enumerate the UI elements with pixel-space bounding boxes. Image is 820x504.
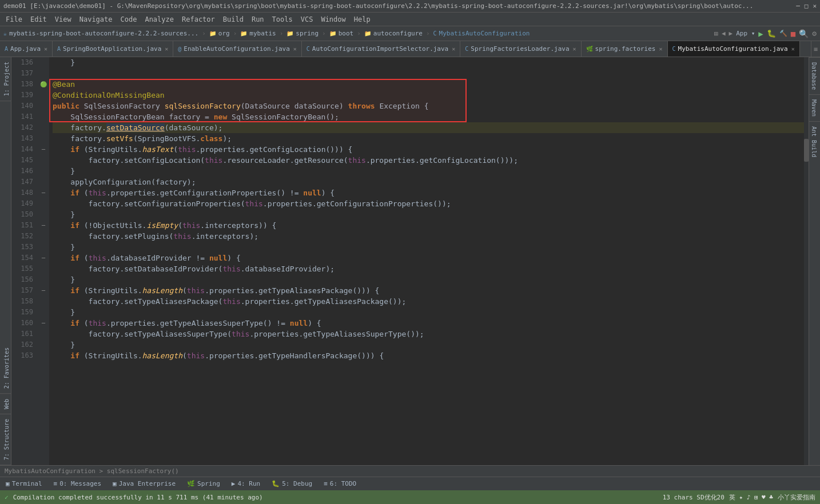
nav-forward-btn[interactable]: ▶ bbox=[729, 30, 733, 37]
bottom-tab-spring[interactable]: 🌿 Spring bbox=[185, 477, 222, 490]
menu-file[interactable]: File bbox=[2, 14, 26, 25]
code-line-160: if (this.properties.getTypeAliasesSuperT… bbox=[53, 318, 804, 329]
nav-window-btn[interactable]: ⊞ bbox=[714, 30, 718, 38]
code-body[interactable]: }@Bean@ConditionalOnMissingBeanpublic Sq… bbox=[49, 57, 804, 465]
menu-edit[interactable]: Edit bbox=[27, 14, 50, 25]
tab-close-springfactories[interactable]: ✕ bbox=[573, 46, 576, 52]
code-line-146: } bbox=[53, 166, 804, 177]
gutter-line bbox=[38, 296, 49, 307]
sidebar-item-maven[interactable]: Maven bbox=[809, 94, 821, 121]
menu-window[interactable]: Window bbox=[317, 14, 349, 25]
nav-mybatis: mybatis bbox=[249, 30, 276, 37]
nav-back-btn[interactable]: ◀ bbox=[722, 30, 726, 37]
nav-app-dropdown[interactable]: App ▾ bbox=[736, 30, 755, 37]
scrollbar[interactable] bbox=[804, 57, 809, 465]
code-line-138: @Bean bbox=[53, 79, 804, 90]
menu-analyze[interactable]: Analyze bbox=[141, 14, 177, 25]
menu-help[interactable]: Help bbox=[351, 14, 374, 25]
line-number: 137 bbox=[11, 68, 33, 79]
line-number: 157 bbox=[11, 285, 33, 296]
spring-icon: 🌿 bbox=[187, 480, 195, 487]
code-line-152: factory.setPlugins(this.interceptors); bbox=[53, 231, 804, 242]
bottom-tab-terminal[interactable]: ▣ Terminal bbox=[3, 477, 45, 490]
gutter-line bbox=[38, 329, 49, 339]
bottom-tab-debug[interactable]: 🐛 5: Debug bbox=[269, 477, 315, 490]
bottom-tab-java-enterprise[interactable]: ▣ Java Enterprise bbox=[110, 477, 178, 490]
line-number: 159 bbox=[11, 307, 33, 318]
tab-autoconfigimport-java[interactable]: C AutoConfigurationImportSelector.java ✕ bbox=[302, 41, 460, 57]
tab-close-app[interactable]: ✕ bbox=[44, 46, 47, 52]
tab-springboot-java[interactable]: A SpringBootApplication.java ✕ bbox=[53, 41, 173, 57]
line-number: 163 bbox=[11, 350, 33, 361]
nav-project-name: mybatis-spring-boot-autoconfigure-2.2.2-… bbox=[9, 30, 198, 37]
code-line-162: } bbox=[53, 339, 804, 350]
gutter-line bbox=[38, 90, 49, 101]
sidebar-item-database[interactable]: Database bbox=[809, 57, 821, 94]
maximize-btn[interactable]: □ bbox=[805, 2, 809, 10]
fold-icon[interactable]: ─ bbox=[42, 187, 45, 198]
menu-refactor[interactable]: Refactor bbox=[178, 14, 218, 25]
tab-close-springboot[interactable]: ✕ bbox=[165, 46, 168, 52]
gutter-line bbox=[38, 166, 49, 177]
nav-bar: ☕ mybatis-spring-boot-autoconfigure-2.2.… bbox=[0, 26, 820, 41]
sidebar-item-web[interactable]: Web bbox=[0, 394, 11, 414]
line-number: 146 bbox=[11, 166, 33, 177]
nav-run-btn[interactable]: ▶ bbox=[758, 29, 763, 38]
fold-icon[interactable]: ─ bbox=[42, 318, 45, 329]
bottom-tab-todo[interactable]: ≡ 6: TODO bbox=[321, 477, 359, 490]
fold-icon[interactable]: ─ bbox=[42, 144, 45, 155]
sidebar-item-favorites[interactable]: 2: Favorites bbox=[0, 343, 11, 394]
sidebar-item-project[interactable]: 1: Project bbox=[0, 57, 11, 101]
menu-code[interactable]: Code bbox=[117, 14, 141, 25]
menu-vcs[interactable]: VCS bbox=[297, 14, 317, 25]
menu-build[interactable]: Build bbox=[220, 14, 247, 25]
line-number: 151 bbox=[11, 220, 33, 231]
fold-icon[interactable]: ─ bbox=[42, 253, 45, 263]
tab-enableauto-java[interactable]: @ EnableAutoConfiguration.java ✕ bbox=[173, 41, 302, 57]
tab-list-btn[interactable]: ≡ bbox=[814, 45, 818, 53]
title-bar: demo01 [E:\javacode\demo01] - G:\MavenRe… bbox=[0, 0, 820, 13]
nav-gear-btn[interactable]: ⚙ bbox=[812, 29, 817, 38]
gutter-line bbox=[38, 155, 49, 166]
menu-tools[interactable]: Tools bbox=[269, 14, 296, 25]
code-line-147: applyConfiguration(factory); bbox=[53, 177, 804, 187]
tab-spring-factories[interactable]: 🌿 spring.factories ✕ bbox=[582, 41, 668, 57]
sidebar-item-structure[interactable]: 7: Structure bbox=[0, 414, 11, 465]
code-container: 1361371381391401411421431441451461471481… bbox=[11, 57, 809, 465]
gutter-line bbox=[38, 122, 49, 133]
right-side-tabs: Database Maven Ant Build bbox=[809, 57, 820, 465]
nav-stop-btn[interactable]: ■ bbox=[791, 29, 795, 38]
tab-close-mybatisauto[interactable]: ✕ bbox=[791, 46, 795, 52]
close-btn[interactable]: ✕ bbox=[813, 2, 817, 10]
sidebar-item-ant-build[interactable]: Ant Build bbox=[809, 121, 821, 162]
bottom-tab-run[interactable]: ▶ 4: Run bbox=[229, 477, 262, 490]
code-line-144: if (StringUtils.hasText(this.properties.… bbox=[53, 144, 804, 155]
editor-area: 1: Project 2: Favorites Web 7: Structure… bbox=[0, 57, 820, 465]
scroll-thumb[interactable] bbox=[804, 139, 809, 162]
bottom-tab-messages[interactable]: ≡ 0: Messages bbox=[51, 477, 104, 490]
fold-icon[interactable]: ─ bbox=[42, 220, 45, 231]
menu-run[interactable]: Run bbox=[248, 14, 268, 25]
minimize-btn[interactable]: ─ bbox=[796, 2, 800, 10]
nav-folder-icon4: 📁 bbox=[329, 30, 336, 37]
tab-close-enableauto[interactable]: ✕ bbox=[293, 46, 297, 52]
tab-springfactoriesloader-java[interactable]: C SpringFactoriesLoader.java ✕ bbox=[460, 41, 581, 57]
menu-view[interactable]: View bbox=[51, 14, 75, 25]
nav-search-btn[interactable]: 🔍 bbox=[799, 29, 809, 38]
code-line-159: } bbox=[53, 307, 804, 318]
code-line-136: } bbox=[53, 57, 804, 68]
bean-icon[interactable]: 🟢 bbox=[40, 79, 47, 90]
status-bar: ✓ Compilation completed successfully in … bbox=[0, 490, 820, 504]
tab-mybatisauto-java[interactable]: C MybatisAutoConfiguration.java ✕ bbox=[668, 41, 800, 57]
nav-build-btn[interactable]: 🔨 bbox=[779, 30, 787, 37]
nav-icon-java: ☕ bbox=[3, 30, 7, 37]
nav-debug-btn[interactable]: 🐛 bbox=[767, 29, 776, 38]
menu-navigate[interactable]: Navigate bbox=[76, 14, 116, 25]
tab-close-factories[interactable]: ✕ bbox=[659, 46, 663, 52]
gutter-line bbox=[38, 231, 49, 242]
tab-close-autoconfigimport[interactable]: ✕ bbox=[452, 46, 455, 52]
tab-app-java[interactable]: A App.java ✕ bbox=[0, 41, 53, 57]
tab-icon-autoconfigimport: C bbox=[306, 46, 310, 52]
line-number: 149 bbox=[11, 198, 33, 209]
fold-icon[interactable]: ─ bbox=[42, 285, 45, 296]
